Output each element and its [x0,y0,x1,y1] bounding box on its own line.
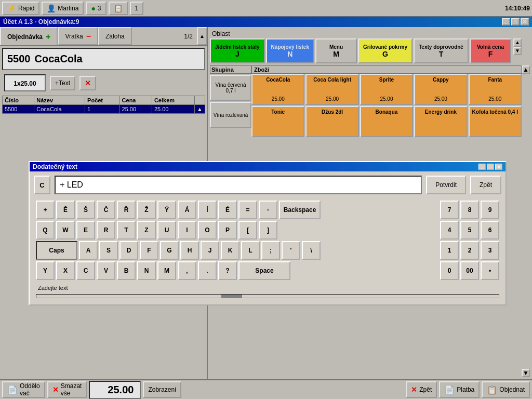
key-w[interactable]: W [56,221,75,240]
key-h[interactable]: H [180,241,199,260]
zadejte-label: Zadejte text [36,284,499,292]
key-i-acute[interactable]: Í [198,201,217,219]
key-7[interactable]: 7 [440,201,459,219]
potvrdit-button[interactable]: Potvrdit [426,176,466,194]
key-o[interactable]: O [198,221,217,240]
key-n[interactable]: N [137,261,156,280]
key-caps[interactable]: Caps [36,241,77,260]
key-plus[interactable]: + [36,201,55,219]
keyboard-layout: + Ě Š Č Ř Ž Ý Á Í É = - Backspac [36,201,499,282]
key-m[interactable]: M [157,261,176,280]
zpet-dialog-button[interactable]: Zpět [470,176,501,194]
dialog-titlebar: Dodatečný text _ □ ✕ [30,162,506,171]
key-question[interactable]: ? [218,261,237,280]
key-l[interactable]: L [241,241,260,260]
numpad-row-2: 4 5 6 [440,221,499,240]
key-4[interactable]: 4 [440,221,459,240]
numpad: 7 8 9 4 5 6 1 2 3 [440,201,499,282]
key-j[interactable]: J [201,241,219,260]
key-f[interactable]: F [140,241,158,260]
key-backspace[interactable]: Backspace [279,201,321,219]
dialog-scrollbar[interactable] [36,294,499,298]
dialog-title-buttons: _ □ ✕ [478,164,502,170]
key-i[interactable]: I [178,221,196,240]
key-d[interactable]: D [119,241,138,260]
key-v[interactable]: V [97,261,115,280]
dialog-overlay: Dodatečný text _ □ ✕ C Potvrdit Zpět [0,0,532,399]
key-e-caron[interactable]: Ě [56,201,75,219]
numpad-row-4: 0 00 • [440,261,499,280]
key-g[interactable]: G [160,241,179,260]
key-equals[interactable]: = [238,201,257,219]
key-00[interactable]: 00 [460,261,479,280]
key-b[interactable]: B [117,261,136,280]
key-row-1: + Ě Š Č Ř Ž Ý Á Í É = - Backspac [36,201,438,219]
key-2[interactable]: 2 [460,241,479,260]
numpad-row-1: 7 8 9 [440,201,499,219]
key-q[interactable]: Q [36,221,55,240]
key-c-caron[interactable]: Č [97,201,115,219]
dialog-minimize[interactable]: _ [478,164,486,170]
key-row-3: Caps A S D F G H J K L ; ' \ [36,241,438,260]
key-lbracket[interactable]: [ [238,221,257,240]
main-keys: + Ě Š Č Ř Ž Ý Á Í É = - Backspac [36,201,438,282]
dialog-content: C Potvrdit Zpět + Ě Š Č Ř [30,171,506,304]
key-s[interactable]: S [99,241,118,260]
key-9[interactable]: 9 [481,201,499,219]
key-row-2: Q W E R T Z U I O P [ ] [36,221,438,240]
key-minus[interactable]: - [259,201,277,219]
key-1[interactable]: 1 [440,241,459,260]
dialog-title: Dodatečný text [33,163,77,170]
dialog-maximize[interactable]: □ [487,164,494,170]
key-8[interactable]: 8 [460,201,479,219]
key-y2[interactable]: Y [36,261,55,280]
key-rbracket[interactable]: ] [259,221,277,240]
key-u[interactable]: U [157,221,176,240]
key-z-caron[interactable]: Ž [137,201,156,219]
key-row-4: Y X C V B N M , . ? Space [36,261,438,280]
key-6[interactable]: 6 [481,221,499,240]
numpad-row-3: 1 2 3 [440,241,499,260]
key-5[interactable]: 5 [460,221,479,240]
dialog-scrollbar-thumb[interactable] [221,295,242,298]
key-t[interactable]: T [117,221,136,240]
key-c2[interactable]: C [76,261,95,280]
key-k[interactable]: K [221,241,240,260]
text-input-row: C Potvrdit Zpět [34,176,501,194]
key-3[interactable]: 3 [481,241,499,260]
dialog-dodatecny-text: Dodatečný text _ □ ✕ C Potvrdit Zpět [29,161,507,305]
key-z[interactable]: Z [137,221,156,240]
key-e[interactable]: E [76,221,95,240]
keyboard: + Ě Š Č Ř Ž Ý Á Í É = - Backspac [34,198,501,300]
key-y-acute[interactable]: Ý [157,201,176,219]
key-r[interactable]: R [97,221,115,240]
key-backslash[interactable]: \ [302,241,321,260]
key-a[interactable]: A [79,241,98,260]
key-e-acute[interactable]: É [218,201,237,219]
key-r-caron[interactable]: Ř [117,201,136,219]
key-s-caron[interactable]: Š [76,201,95,219]
key-quote[interactable]: ' [282,241,300,260]
key-a-acute[interactable]: Á [178,201,196,219]
key-p[interactable]: P [218,221,237,240]
key-dot[interactable]: • [481,261,499,280]
key-comma[interactable]: , [178,261,196,280]
key-semicolon[interactable]: ; [261,241,280,260]
key-x[interactable]: X [56,261,75,280]
text-input-field[interactable] [55,176,422,194]
dialog-close[interactable]: ✕ [495,164,502,170]
key-0[interactable]: 0 [440,261,459,280]
key-period[interactable]: . [198,261,217,280]
key-space[interactable]: Space [238,261,290,280]
c-button[interactable]: C [34,176,50,194]
